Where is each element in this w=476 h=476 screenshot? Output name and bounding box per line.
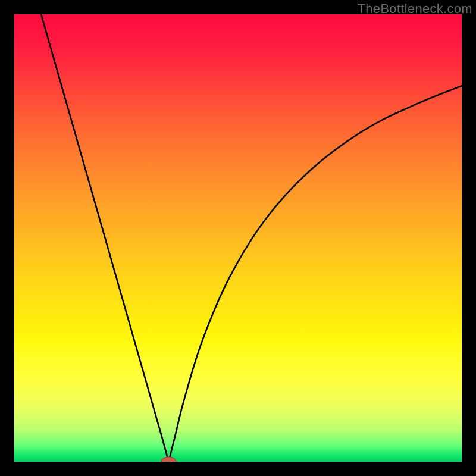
plot-area [14,14,462,462]
watermark-text: TheBottleneck.com [358,1,472,17]
bottleneck-curve [41,14,462,462]
curve-layer [14,14,462,462]
minimum-marker [161,457,177,462]
chart-frame: TheBottleneck.com [0,0,476,476]
